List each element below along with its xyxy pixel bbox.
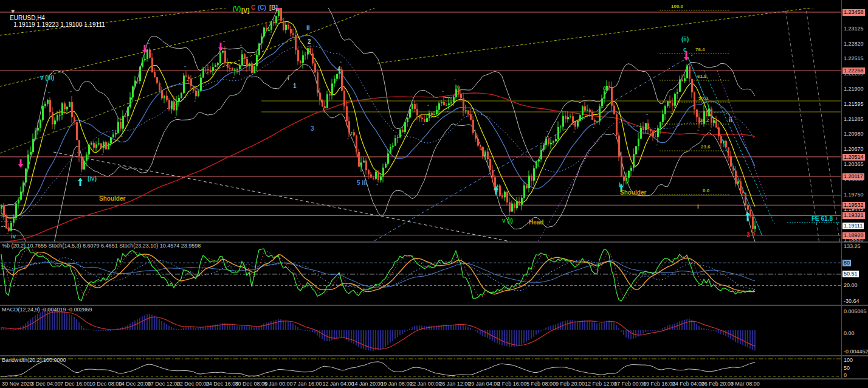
candle-body — [3, 206, 5, 217]
macd-histogram-bar — [630, 330, 632, 339]
macd-histogram-bar — [246, 326, 247, 330]
macd-histogram-bar — [516, 330, 517, 347]
macd-histogram-bar — [591, 322, 593, 330]
candle-body — [360, 162, 362, 167]
fractal-down-icon: ˇ — [508, 216, 509, 222]
macd-histogram-bar — [657, 330, 658, 331]
macd-histogram-bar — [380, 330, 381, 350]
macd-histogram-bar — [740, 330, 741, 344]
candle-body — [438, 103, 440, 110]
candle-body — [139, 67, 141, 81]
candle-body — [472, 120, 474, 133]
macd-histogram-bar — [382, 330, 384, 348]
macd-histogram-bar — [336, 330, 337, 338]
candle-body — [363, 161, 365, 162]
macd-histogram-bar — [625, 330, 627, 338]
macd-histogram-bar — [521, 330, 522, 345]
candle-body — [258, 43, 260, 55]
candle-body — [47, 100, 49, 103]
macd-histogram-bar — [66, 313, 67, 330]
macd-histogram-bar — [677, 322, 678, 330]
macd-histogram-bar — [188, 327, 189, 330]
candle-body — [326, 94, 328, 108]
fractal-up-icon: ˆ — [687, 58, 689, 64]
macd-histogram-bar — [725, 330, 726, 336]
candle-body — [314, 63, 316, 72]
candle-body — [672, 103, 673, 106]
macd-histogram-bar — [341, 330, 342, 337]
candle-body — [625, 178, 627, 181]
macd-histogram-bar — [669, 325, 670, 330]
current-price-label: 1.19111 — [842, 223, 864, 229]
candle-body — [268, 30, 270, 31]
candle-body — [375, 172, 377, 179]
percent-b-pane[interactable] — [0, 243, 841, 305]
candle-body — [312, 54, 314, 64]
candle-body — [511, 204, 513, 212]
macd-histogram-bar — [497, 330, 498, 344]
macd-pane[interactable] — [0, 306, 841, 355]
macd-histogram-bar — [536, 330, 537, 335]
pane-separator[interactable] — [0, 378, 868, 379]
candle-body — [516, 201, 518, 209]
candle-body — [195, 91, 197, 96]
candle-body — [117, 122, 119, 133]
candle-body — [81, 156, 83, 170]
fractal-down-icon: ˇ — [437, 116, 439, 122]
price-chart-canvas[interactable]: ˇˆˇˆˇˇˇˆˇˆˇˇˆˇˆˇˇˆˇˆˇˆˇˇˇˆˇˆˇˆˇˆˇˇˆˇˆˇˇˆ… — [0, 8, 841, 241]
macd-histogram-bar — [749, 330, 751, 348]
pane-separator[interactable] — [0, 241, 868, 243]
macd-histogram-bar — [244, 326, 245, 330]
candle-body — [83, 161, 85, 170]
fractal-down-icon: ˇ — [376, 183, 378, 189]
trendline — [805, 8, 841, 241]
candle-body — [582, 106, 584, 115]
candle-body — [100, 144, 102, 148]
macd-histogram-bar — [368, 330, 369, 350]
time-label: 17 Feb 00:00 — [614, 381, 646, 387]
candle-body — [499, 185, 501, 196]
candle-body — [684, 78, 686, 81]
macd-histogram-bar — [713, 330, 714, 331]
macd-histogram-bar — [660, 330, 661, 330]
candle-body — [431, 113, 433, 115]
macd-histogram-bar — [171, 327, 172, 330]
macd-histogram-bar — [331, 330, 332, 341]
candle-body — [446, 105, 447, 106]
candle-body — [681, 80, 683, 81]
macd-histogram-bar — [236, 326, 238, 330]
macd-histogram-bar — [256, 327, 257, 330]
candle-body — [215, 65, 216, 68]
bandwidth-pane[interactable] — [0, 356, 841, 378]
candle-body — [606, 86, 608, 91]
candle-body — [15, 204, 17, 218]
time-label: 29 Jan 04:00 — [468, 381, 500, 387]
fractal-up-icon: ˆ — [454, 78, 456, 85]
candle-body — [185, 75, 187, 76]
candle-body — [392, 146, 394, 147]
candle-body — [577, 121, 579, 127]
macd-histogram-bar — [98, 330, 99, 331]
candle-body — [125, 116, 126, 117]
candle-body — [504, 192, 506, 197]
candle-body — [689, 66, 691, 79]
candle-body — [470, 114, 472, 120]
pane-separator[interactable] — [0, 305, 868, 306]
macd-histogram-bar — [711, 330, 712, 331]
candle-body — [594, 120, 596, 122]
candle-body — [613, 106, 615, 114]
time-label: 12 Feb 12:00 — [585, 381, 617, 387]
pane-separator[interactable] — [0, 355, 868, 356]
macd-histogram-bar — [404, 330, 405, 332]
candle-body — [331, 83, 333, 95]
macd-histogram-bar — [421, 325, 422, 330]
symbol-dropdown-icon[interactable]: ▼ — [10, 8, 16, 15]
candle-body — [409, 109, 411, 117]
candle-body — [329, 94, 331, 95]
candle-body — [674, 94, 676, 105]
candle-body — [232, 68, 233, 71]
candle-body — [132, 86, 134, 97]
macd-histogram-bar — [465, 326, 466, 330]
candle-body — [120, 122, 122, 129]
candle-body — [103, 142, 105, 148]
